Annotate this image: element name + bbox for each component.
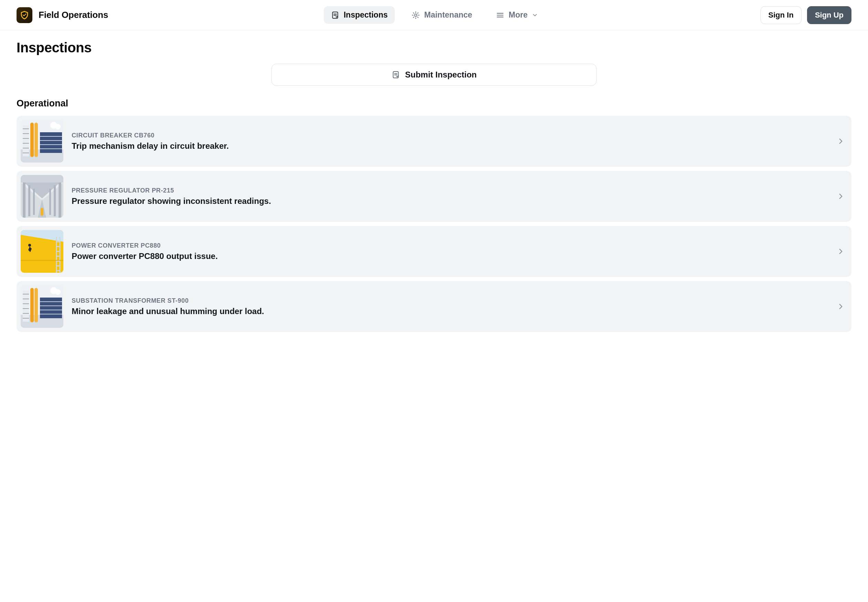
inspection-thumbnail xyxy=(21,120,63,163)
page-body: Inspections Submit Inspection Operationa… xyxy=(0,30,868,353)
header-right: Sign In Sign Up xyxy=(760,6,851,24)
sign-in-label: Sign In xyxy=(768,11,794,20)
chevron-right-icon xyxy=(836,192,845,201)
inspection-description: Power converter PC880 output issue. xyxy=(72,252,828,261)
shield-check-icon xyxy=(19,10,30,20)
primary-nav: Inspections Maintenance More xyxy=(117,6,752,24)
chevron-down-icon xyxy=(532,12,538,18)
chevron-right-icon xyxy=(836,302,845,311)
inspection-card-body: PRESSURE REGULATOR PR-215Pressure regula… xyxy=(72,187,828,206)
sign-up-button[interactable]: Sign Up xyxy=(807,6,851,24)
nav-inspections-label: Inspections xyxy=(344,10,388,20)
gear-icon xyxy=(411,11,420,20)
submit-inspection-button[interactable]: Submit Inspection xyxy=(272,64,596,86)
inspection-equipment: SUBSTATION TRANSFORMER ST-900 xyxy=(72,297,828,304)
app-logo[interactable] xyxy=(17,7,32,23)
inspection-card[interactable]: PRESSURE REGULATOR PR-215Pressure regula… xyxy=(17,171,851,222)
inspection-list: CIRCUIT BREAKER CB760Trip mechanism dela… xyxy=(17,116,851,332)
brand-name: Field Operations xyxy=(38,10,108,20)
nav-inspections[interactable]: Inspections xyxy=(324,6,395,24)
inspection-card[interactable]: SUBSTATION TRANSFORMER ST-900Minor leaka… xyxy=(17,281,851,332)
inspection-card-body: SUBSTATION TRANSFORMER ST-900Minor leaka… xyxy=(72,297,828,316)
clipboard-check-icon xyxy=(391,70,400,79)
inspection-equipment: CIRCUIT BREAKER CB760 xyxy=(72,132,828,139)
inspection-description: Minor leakage and unusual humming under … xyxy=(72,307,828,316)
chevron-right-icon xyxy=(836,247,845,256)
inspection-thumbnail xyxy=(21,285,63,328)
submit-bar: Submit Inspection xyxy=(17,64,851,86)
sign-up-label: Sign Up xyxy=(815,11,843,20)
app-header: Field Operations Inspections Maintenance… xyxy=(0,0,868,30)
inspection-card[interactable]: POWER CONVERTER PC880Power converter PC8… xyxy=(17,226,851,277)
nav-more[interactable]: More xyxy=(489,6,545,24)
clipboard-check-icon xyxy=(331,11,340,20)
header-left: Field Operations xyxy=(17,7,108,23)
inspection-thumbnail xyxy=(21,175,63,218)
inspection-card-body: POWER CONVERTER PC880Power converter PC8… xyxy=(72,242,828,261)
menu-icon xyxy=(496,11,505,20)
inspection-equipment: PRESSURE REGULATOR PR-215 xyxy=(72,187,828,194)
inspection-equipment: POWER CONVERTER PC880 xyxy=(72,242,828,249)
nav-maintenance-label: Maintenance xyxy=(424,10,472,20)
submit-inspection-label: Submit Inspection xyxy=(405,70,477,80)
inspection-description: Pressure regulator showing inconsistent … xyxy=(72,196,828,206)
nav-maintenance[interactable]: Maintenance xyxy=(404,6,479,24)
nav-more-label: More xyxy=(509,10,528,20)
inspection-card-body: CIRCUIT BREAKER CB760Trip mechanism dela… xyxy=(72,132,828,151)
sign-in-button[interactable]: Sign In xyxy=(760,6,802,24)
page-title: Inspections xyxy=(17,40,851,55)
section-title-operational: Operational xyxy=(17,98,851,109)
chevron-right-icon xyxy=(836,137,845,146)
inspection-description: Trip mechanism delay in circuit breaker. xyxy=(72,141,828,151)
inspection-thumbnail xyxy=(21,230,63,273)
inspection-card[interactable]: CIRCUIT BREAKER CB760Trip mechanism dela… xyxy=(17,116,851,167)
